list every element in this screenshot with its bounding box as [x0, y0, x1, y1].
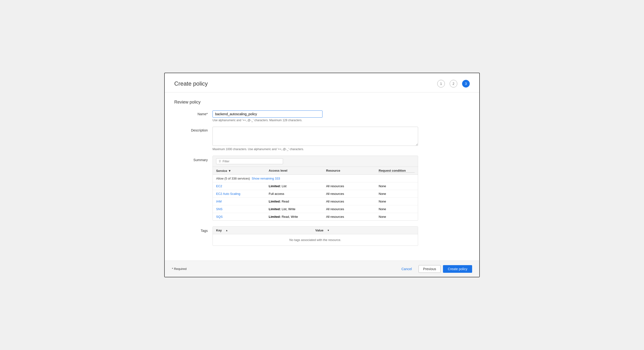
value-sort-icon: ▼: [327, 229, 330, 232]
filter-wrapper: ⚲: [216, 158, 283, 164]
name-hint: Use alphanumeric and '+=,.@-_' character…: [212, 118, 418, 122]
create-policy-button[interactable]: Create policy: [443, 265, 472, 273]
th-value: Value ▼: [315, 228, 414, 232]
th-request-condition: Request condition: [379, 169, 414, 172]
th-key: Key ▲: [216, 228, 315, 232]
resource-ec2: All resources: [326, 184, 379, 188]
step-indicator: 1 2 3: [437, 80, 470, 88]
name-row: Name* Use alphanumeric and '+=,.@-_' cha…: [174, 110, 470, 122]
th-access-level: Access level: [269, 169, 326, 172]
table-row: SNS Limited: List, Write All resources N…: [213, 205, 418, 213]
allow-row: Allow (5 of 338 services) Show remaining…: [213, 175, 418, 182]
resource-sns: All resources: [326, 207, 379, 211]
table-header: Service ▼ Access level Resource Request …: [213, 167, 418, 175]
summary-table: ⚲ Service ▼ Access level: [212, 156, 418, 221]
th-resource: Resource: [326, 169, 379, 172]
previous-button[interactable]: Previous: [418, 265, 440, 273]
summary-field-wrapper: ⚲ Service ▼ Access level: [212, 156, 418, 221]
name-label: Name*: [174, 110, 212, 116]
access-ec2: Limited: List: [269, 184, 326, 188]
service-link-sns[interactable]: SNS: [216, 207, 269, 211]
tags-header: Key ▲ Value ▼: [213, 227, 418, 234]
section-title: Review policy: [174, 100, 470, 105]
description-label: Description: [174, 127, 212, 132]
tags-row: Tags Key ▲ Value ▼ No tags associated wi…: [174, 226, 470, 246]
name-input[interactable]: [212, 110, 322, 118]
condition-ec2-autoscaling: None: [379, 192, 414, 196]
th-service: Service ▼: [216, 169, 269, 172]
required-note: * Required: [172, 267, 186, 271]
tags-field-wrapper: Key ▲ Value ▼ No tags associated with th…: [212, 226, 418, 246]
step-2: 2: [450, 80, 457, 88]
service-link-iam[interactable]: IAM: [216, 200, 269, 203]
no-tags-message: No tags associated with the resource.: [213, 234, 418, 246]
resource-sqs: All resources: [326, 215, 379, 218]
description-field-wrapper: Maximum 1000 characters. Use alphanumeri…: [212, 127, 418, 151]
service-link-ec2-autoscaling[interactable]: EC2 Auto Scaling: [216, 192, 269, 196]
filter-bar: ⚲: [213, 156, 418, 167]
resource-ec2-autoscaling: All resources: [326, 192, 379, 196]
key-sort-icon: ▲: [226, 229, 228, 232]
condition-ec2: None: [379, 184, 414, 188]
cancel-button[interactable]: Cancel: [397, 265, 416, 272]
access-iam: Limited: Read: [269, 200, 326, 203]
page-title: Create policy: [174, 80, 208, 87]
condition-sns: None: [379, 207, 414, 211]
step-1: 1: [437, 80, 445, 88]
search-icon: ⚲: [219, 160, 221, 163]
table-row: EC2 Limited: List All resources None: [213, 182, 418, 190]
condition-sqs: None: [379, 215, 414, 218]
description-row: Description Maximum 1000 characters. Use…: [174, 127, 470, 151]
access-ec2-autoscaling: Full access: [269, 192, 326, 196]
service-link-sqs[interactable]: SQS: [216, 215, 269, 218]
sort-icon: ▼: [228, 169, 231, 172]
description-hint: Maximum 1000 characters. Use alphanumeri…: [212, 148, 418, 151]
content: Review policy Name* Use alphanumeric and…: [165, 92, 479, 258]
service-link-ec2[interactable]: EC2: [216, 184, 269, 188]
condition-iam: None: [379, 200, 414, 203]
header: Create policy 1 2 3: [165, 73, 479, 92]
show-remaining-link[interactable]: Show remaining 333: [252, 177, 280, 180]
table-row: EC2 Auto Scaling Full access All resourc…: [213, 190, 418, 198]
table-row: IAM Limited: Read All resources None: [213, 198, 418, 205]
main-window: Create policy 1 2 3 Review policy Name* …: [164, 73, 480, 277]
filter-input[interactable]: [222, 160, 280, 163]
table-row: SQS Limited: Read, Write All resources N…: [213, 213, 418, 220]
footer-buttons: Cancel Previous Create policy: [397, 265, 472, 273]
name-field-wrapper: Use alphanumeric and '+=,.@-_' character…: [212, 110, 418, 122]
tags-label: Tags: [174, 226, 212, 232]
step-3: 3: [462, 80, 470, 88]
tags-table: Key ▲ Value ▼ No tags associated with th…: [212, 226, 418, 246]
access-sns: Limited: List, Write: [269, 207, 326, 211]
description-textarea[interactable]: [212, 127, 418, 146]
footer: * Required Cancel Previous Create policy: [165, 260, 479, 277]
summary-row: Summary ⚲ Service ▼: [174, 156, 470, 221]
summary-label: Summary: [174, 156, 212, 162]
resource-iam: All resources: [326, 200, 379, 203]
access-sqs: Limited: Read, Write: [269, 215, 326, 218]
